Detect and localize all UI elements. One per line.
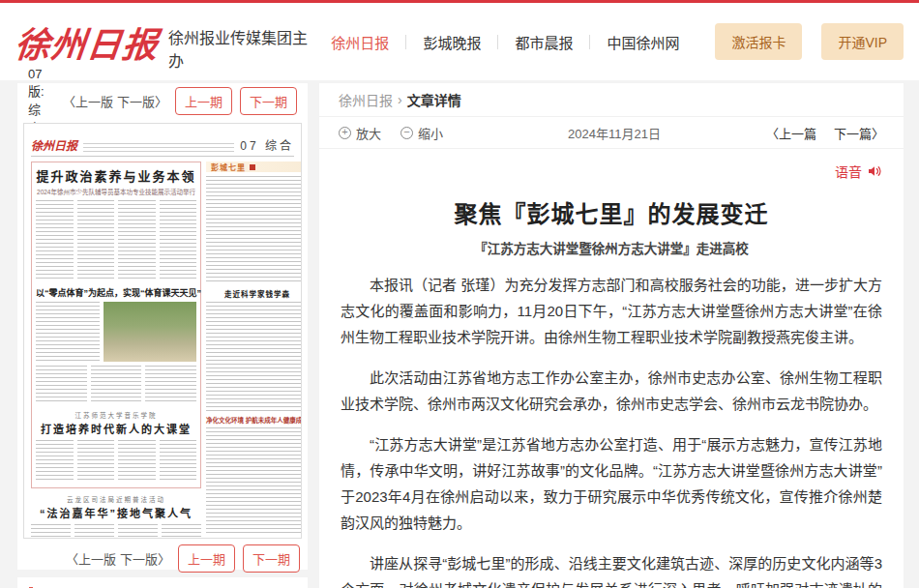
thumb-mid-kicker: 江苏师范大学音乐学院 [36, 410, 196, 420]
column-text-lines [160, 200, 197, 281]
article-panel: 徐州日报 › 文章详情 放大 缩小 2024年11月21日 〈上一篇 下一篇〉 … [319, 83, 904, 588]
next-article-link[interactable]: 下一篇〉 [834, 124, 884, 142]
thumb-masthead: 徐州日报 07 综合 [31, 132, 294, 157]
column-text-lines [36, 302, 100, 362]
article-paragraph: 本报讯（记者 张瑾）为充分发挥方志部门和高校服务社会的功能，进一步扩大方志文化的… [341, 272, 882, 350]
edition-panel: 07版: 综合 〈上一版 下一版〉 上一期 下一期 徐州日报 07 综合 提升政… [17, 83, 308, 570]
article-toolbar: 放大 缩小 2024年11月21日 〈上一篇 下一篇〉 [319, 117, 904, 149]
nav-china-xuzhou-net[interactable]: 中国徐州网 [590, 32, 696, 52]
thumb-masthead-logo: 徐州日报 [31, 136, 77, 153]
prev-page-link[interactable]: 〈上一版 [63, 92, 113, 110]
zoom-out-button[interactable]: 缩小 [400, 124, 443, 142]
thumb-headline-1: 提升政治素养与业务本领 [36, 166, 196, 185]
thumb-right-texts: 走近科学家钱学森 净化文化环境 护航未成年人健康成长 [206, 176, 302, 536]
prev-article-link[interactable]: 〈上一篇 [766, 124, 816, 142]
thumb-headline-2: 以“零点体育”为起点，实现“体育课天天见” [36, 286, 196, 299]
open-vip-button[interactable]: 开通VIP [821, 23, 904, 60]
article-date: 2024年11月21日 [462, 124, 766, 142]
thumb-bottom-headline: “法治嘉年华”接地气聚人气 [31, 505, 201, 520]
thumb-left-column: 提升政治素养与业务本领 2024年徐州市少先队辅导员基本功专业技能展示活动举行 … [31, 162, 201, 533]
column-text-lines [206, 427, 302, 536]
thumb-text-columns [36, 366, 196, 404]
article-body: 语音 聚焦『彭城七里』的发展变迁 『江苏方志大讲堂暨徐州方志大讲堂』走进高校 本… [319, 149, 904, 588]
prev-issue-button[interactable]: 上一期 [175, 87, 232, 115]
column-text-lines [77, 200, 115, 281]
breadcrumb-parent[interactable]: 徐州日报 [339, 90, 393, 109]
page-news-list-card: 本版新闻列表 (7) [17, 577, 308, 588]
speaker-icon [867, 163, 882, 179]
article-pager: 〈上一篇 下一篇〉 [766, 124, 884, 142]
breadcrumb: 徐州日报 › 文章详情 [319, 83, 904, 117]
zoom-in-button[interactable]: 放大 [339, 124, 381, 142]
thumb-right-headline-1: 走近科学家钱学森 [206, 288, 302, 299]
edition-nav-top: 07版: 综合 〈上一版 下一版〉 上一期 下一期 [17, 83, 308, 119]
site-tagline: 徐州报业传媒集团主办 [168, 25, 314, 72]
thumb-masthead-meta-lines [83, 143, 234, 152]
column-text-lines [36, 440, 74, 483]
minus-circle-icon [400, 127, 413, 139]
next-page-link[interactable]: 下一版〉 [120, 549, 170, 568]
top-nav: 徐州日报 彭城晚报 都市晨报 中国徐州网 激活报卡 开通VIP [314, 23, 904, 60]
column-text-lines [74, 524, 114, 539]
thumb-right-row: 走近科学家钱学森 净化文化环境 护航未成年人健康成长 『江苏方志大讲堂暨徐州方志… [206, 176, 302, 536]
next-issue-button[interactable]: 下一期 [243, 544, 300, 573]
prev-page-link[interactable]: 〈上一版 [66, 549, 116, 568]
column-text-lines [206, 302, 302, 410]
voice-button[interactable]: 语音 [341, 162, 882, 181]
column-text-lines [118, 524, 158, 539]
plus-circle-icon [339, 127, 351, 139]
column-text-lines [36, 200, 74, 281]
thumb-page-label: 07 综合 [240, 136, 294, 153]
article-subtitle: 『江苏方志大讲堂暨徐州方志大讲堂』走进高校 [341, 238, 882, 257]
zoom-in-label: 放大 [356, 124, 381, 142]
breadcrumb-current: 文章详情 [407, 90, 461, 109]
prev-issue-button[interactable]: 上一期 [178, 544, 235, 573]
thumb-text-columns [36, 200, 196, 281]
thumb-body: 提升政治素养与业务本领 2024年徐州市少先队辅导员基本功专业技能展示活动举行 … [31, 162, 294, 533]
thumb-mid-headline: 打造培养时代新人的大课堂 [36, 421, 196, 436]
article-paragraph: 此次活动由江苏省地方志工作办公室主办，徐州市史志办公室、徐州生物工程职业技术学院… [341, 365, 882, 417]
column-text-lines [160, 440, 197, 483]
column-text-lines [118, 200, 156, 281]
nav-metro-morning[interactable]: 都市晨报 [498, 32, 589, 52]
column-text-lines [162, 524, 201, 539]
next-page-link[interactable]: 下一版〉 [117, 92, 167, 110]
zoom-out-label: 缩小 [418, 124, 443, 142]
activate-card-button[interactable]: 激活报卡 [715, 23, 802, 60]
column-text-lines [145, 366, 196, 404]
article-title: 聚焦『彭城七里』的发展变迁 [341, 195, 882, 229]
edition-nav-bottom: 〈上一版 下一版〉 上一期 下一期 [17, 541, 308, 576]
column-text-lines [36, 366, 87, 404]
nav-pengcheng-evening[interactable]: 彭城晚报 [406, 32, 497, 52]
article-paragraph: “江苏方志大讲堂”是江苏省地方志办公室打造、用于“展示方志魅力，宣传江苏地情，传… [341, 431, 882, 536]
thumb-subhead-1: 2024年徐州市少先队辅导员基本功专业技能展示活动举行 [36, 187, 196, 196]
newspaper-page-thumbnail[interactable]: 徐州日报 07 综合 提升政治素养与业务本领 2024年徐州市少先队辅导员基本功… [23, 123, 302, 539]
nav-xuzhou-daily[interactable]: 徐州日报 [314, 32, 405, 52]
thumb-text-columns [31, 524, 201, 539]
thumb-framed-article: 提升政治素养与业务本领 2024年徐州市少先队辅导员基本功专业技能展示活动举行 … [31, 162, 201, 488]
next-issue-button[interactable]: 下一期 [240, 87, 297, 115]
thumb-decorative-banner: 彭城七里 [206, 162, 302, 172]
column-text-lines [31, 524, 71, 539]
breadcrumb-separator: › [398, 92, 402, 107]
thumb-text-columns [36, 440, 196, 483]
voice-label: 语音 [835, 162, 862, 181]
thumb-bottom-kicker: 云龙区司法局近期普法活动 [31, 494, 201, 504]
column-text-lines [118, 440, 156, 483]
site-logo[interactable]: 徐州日报 [13, 16, 161, 67]
site-header: 徐州日报 徐州报业传媒集团主办 徐州日报 彭城晚报 都市晨报 中国徐州网 激活报… [0, 3, 919, 80]
thumb-right-column: 彭城七里 走近科学家钱学森 净化文化环境 护航未成年人健康成长 『江苏方志大讲堂… [206, 162, 302, 533]
thumb-right-headline-2: 净化文化环境 护航未成年人健康成长 [206, 415, 302, 425]
column-text-lines [91, 366, 142, 404]
thumb-photo-row [36, 302, 196, 362]
column-text-lines [206, 176, 302, 284]
seal-icon [250, 164, 255, 170]
thumb-photo [104, 302, 196, 362]
article-paragraph: 讲座从探寻“彭城七里”的形成、沿线主要文化建筑古迹、深厚的历史文化内涵等3个方面… [341, 550, 882, 588]
column-text-lines [77, 440, 115, 483]
thumb-banner-text: 彭城七里 [211, 162, 246, 172]
